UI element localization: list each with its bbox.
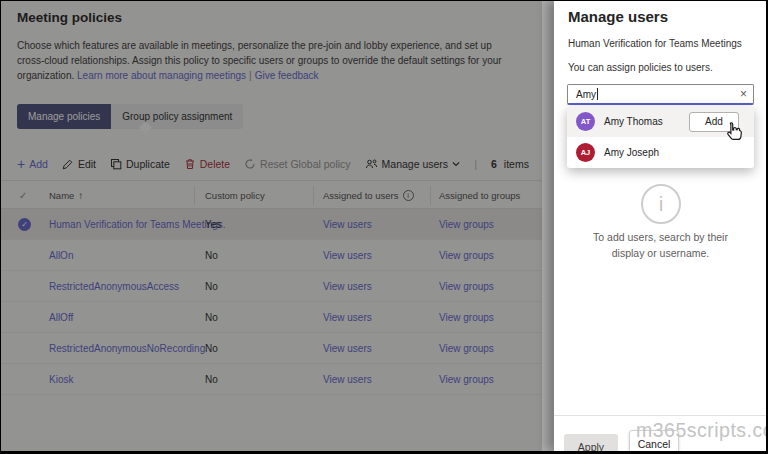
modal-dim-overlay <box>1 1 554 451</box>
info-circle-icon: i <box>641 184 681 224</box>
panel-footer: Apply Cancel <box>554 415 767 451</box>
panel-title: Manage users <box>568 8 668 25</box>
result-user-name: Amy Joseph <box>604 147 659 158</box>
manage-users-panel: Manage users Human Verification for Team… <box>554 1 767 451</box>
panel-instruction: You can assign policies to users. <box>568 62 713 73</box>
close-icon[interactable]: × <box>740 87 747 101</box>
avatar: AJ <box>576 143 595 162</box>
add-user-button[interactable]: Add <box>689 112 739 132</box>
apply-button[interactable]: Apply <box>564 434 618 454</box>
screenshot-frame: Meeting policies Choose which features a… <box>0 0 768 454</box>
result-user-name: Amy Thomas <box>604 116 663 127</box>
panel-policy-name: Human Verification for Teams Meetings <box>568 38 742 49</box>
user-search-input[interactable]: Amy × <box>567 84 754 105</box>
search-result-item[interactable]: ATAmy ThomasAdd <box>567 106 754 137</box>
meeting-policies-page: Meeting policies Choose which features a… <box>1 1 554 451</box>
empty-state-line2: display or username. <box>554 245 767 261</box>
search-results-dropdown: ATAmy ThomasAddAJAmy Joseph <box>567 106 754 168</box>
empty-state-text: To add users, search by their display or… <box>554 229 767 261</box>
search-input-value: Amy <box>576 89 596 100</box>
search-result-item[interactable]: AJAmy Joseph <box>567 137 754 168</box>
cancel-button[interactable]: Cancel <box>629 430 679 454</box>
page-scrollbar[interactable] <box>542 1 554 451</box>
text-caret <box>597 88 598 100</box>
avatar: AT <box>576 112 595 131</box>
empty-state-line1: To add users, search by their <box>554 229 767 245</box>
